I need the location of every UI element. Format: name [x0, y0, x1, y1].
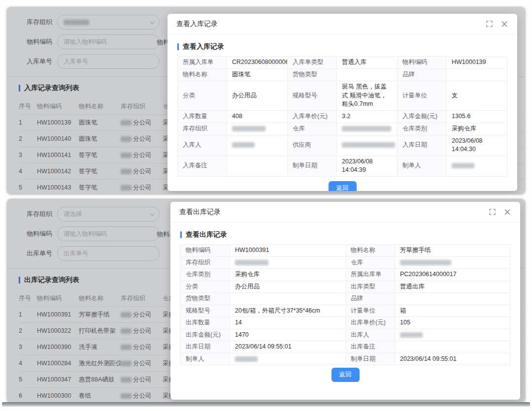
detail-row: 出库日期 2023/06/14 09:55:01 出库备注	[181, 341, 510, 353]
detail-row: 出库数量 14 出库单价(元) 105	[181, 317, 510, 329]
field-value: 办公用品	[230, 281, 346, 293]
modal-header: 查看出库记录 ×	[170, 202, 520, 222]
detail-row: 物料编码 HW1000391 物料名称 芳草擦手纸	[181, 245, 510, 257]
field-label: 出库人	[346, 329, 395, 341]
field-label: 仓库	[346, 256, 395, 269]
accent-bar	[177, 43, 179, 50]
back-button[interactable]: 返回	[329, 181, 357, 191]
detail-row: 规格型号 20包/箱，外箱尺寸37*35*46cm 计量单位 箱	[181, 305, 510, 317]
field-value-redacted	[337, 123, 398, 135]
field-value: CR20230608000006	[227, 57, 288, 69]
modal-footer: 返回	[177, 181, 507, 191]
field-value: 3.2	[337, 110, 398, 123]
modal-body: 查看入库记录 所属入库单 CR20230608000006 入库单类型 普通入库…	[167, 34, 517, 191]
detail-row: 仓库类别 采购仓库 所属出库单 PC20230614000017	[181, 269, 510, 281]
modal-section-title: 查看入库记录	[177, 42, 507, 51]
field-value: 2023/06/08 14:04:30	[447, 135, 507, 156]
field-value: 斑马 黑色，拔盖式 顺滑中油笔，粗头0.7mm	[337, 81, 398, 111]
field-value: 2023/06/14 09:55:01	[395, 353, 510, 365]
field-label: 规格型号	[181, 305, 230, 317]
outbound-section: 库存组织 请选择 物料编码 物料名 出库单号 出库记录查询列表 序号 物料编码 …	[7, 199, 525, 403]
redacted-value	[235, 260, 268, 265]
field-value: 1470	[230, 329, 346, 341]
field-label: 仓库类别	[181, 269, 230, 281]
modal-header: 查看入库记录 ×	[167, 14, 517, 34]
field-value: 2023/06/08 14:04:39	[337, 156, 398, 176]
field-label: 制单人	[398, 156, 447, 176]
field-value: 14	[230, 317, 346, 329]
field-label: 计量单位	[346, 305, 395, 317]
redacted-value	[232, 126, 266, 131]
field-value: 普通入库	[337, 57, 398, 69]
detail-row: 制单人 制单日期 2023/06/14 09:55:01	[181, 353, 510, 365]
field-label: 所属出库单	[346, 269, 395, 281]
field-label: 出库类型	[346, 281, 395, 293]
detail-row: 入库人 供应商 入库日期 2023/06/08 14:04:30	[178, 135, 507, 156]
field-value	[395, 293, 510, 305]
field-label: 分类	[181, 281, 230, 293]
field-value: 20包/箱，外箱尺寸37*35*46cm	[230, 305, 346, 317]
field-label: 入库单类型	[288, 57, 337, 69]
field-label: 货物类型	[288, 69, 337, 81]
field-value: 芳草擦手纸	[395, 245, 510, 257]
fullscreen-icon[interactable]	[489, 209, 496, 215]
field-value	[227, 156, 288, 176]
field-value: 采购仓库	[447, 123, 507, 135]
field-label: 入库人	[178, 135, 227, 156]
field-label: 入库金额(元)	[398, 110, 447, 123]
field-value: 圆珠笔	[227, 69, 288, 81]
detail-row: 分类 办公用品 出库类型 普通出库	[181, 281, 510, 293]
modal-title: 查看入库记录	[176, 20, 478, 29]
inbound-section: 库存组织 物料编码 物料名 入库单号 入库记录查询列表 序号 物料编码 物料名称	[7, 7, 525, 194]
outbound-detail-table: 物料编码 HW1000391 物料名称 芳草擦手纸 库存组织 仓库 仓库类别 采…	[180, 244, 510, 365]
field-label: 供应商	[288, 135, 337, 156]
field-label: 物料名称	[178, 69, 227, 81]
field-label: 货物类型	[181, 293, 230, 305]
field-label: 规格型号	[288, 81, 337, 111]
detail-row: 所属入库单 CR20230608000006 入库单类型 普通入库 物料编码 H…	[178, 57, 507, 69]
section-title-text: 查看出库记录	[186, 230, 227, 239]
field-label: 仓库	[288, 123, 337, 135]
modal-body: 查看出库记录 物料编码 HW1000391 物料名称 芳草擦手纸 库存组织 仓库	[170, 222, 520, 382]
field-label: 仓库类别	[398, 123, 447, 135]
field-value: 采购仓库	[230, 269, 346, 281]
fullscreen-icon[interactable]	[486, 21, 493, 27]
outbound-detail-modal: 查看出库记录 × 查看出库记录 物料编码 HW1000391 物料名称 芳草擦手…	[170, 202, 520, 400]
back-button[interactable]: 返回	[332, 368, 360, 382]
modal-footer: 返回	[180, 368, 510, 382]
detail-row: 库存组织 仓库 仓库类别 采购仓库	[178, 123, 507, 135]
detail-row: 入库数量 408 入库单价(元) 3.2 入库金额(元) 1305.6	[178, 110, 507, 123]
field-value	[395, 341, 510, 353]
field-label: 制单人	[181, 353, 230, 365]
field-label: 入库单价(元)	[288, 110, 337, 123]
redacted-value	[342, 142, 395, 148]
accent-bar	[180, 231, 182, 238]
field-label: 库存组织	[181, 256, 230, 269]
field-value: 408	[227, 110, 288, 123]
field-value-redacted	[395, 329, 510, 341]
detail-row: 分类 办公用品 规格型号 斑马 黑色，拔盖式 顺滑中油笔，粗头0.7mm 计量单…	[178, 81, 507, 111]
section-title-text: 查看入库记录	[183, 42, 224, 51]
close-icon[interactable]: ×	[503, 207, 511, 217]
redacted-value	[235, 356, 258, 362]
field-label: 入库备注	[178, 156, 227, 176]
field-label: 品牌	[398, 69, 447, 81]
field-label: 所属入库单	[178, 57, 227, 69]
field-value	[447, 69, 507, 81]
field-label: 分类	[178, 81, 227, 111]
field-value: HW1000391	[230, 245, 346, 257]
field-label: 出库单价(元)	[346, 317, 395, 329]
field-label: 库存组织	[178, 123, 227, 135]
field-label: 出库日期	[181, 341, 230, 353]
field-value: 箱	[395, 305, 510, 317]
field-value-redacted	[230, 353, 346, 365]
field-value	[230, 293, 346, 305]
detail-row: 库存组织 仓库	[181, 256, 510, 269]
close-icon[interactable]: ×	[500, 19, 508, 29]
inbound-detail-table: 所属入库单 CR20230608000006 入库单类型 普通入库 物料编码 H…	[177, 56, 507, 177]
modal-section-title: 查看出库记录	[180, 230, 510, 239]
detail-row: 物料名称 圆珠笔 货物类型 品牌	[178, 69, 507, 81]
detail-row: 入库备注 制单日期 2023/06/08 14:04:39 制单人	[178, 156, 507, 176]
field-value-redacted	[230, 256, 346, 269]
field-value-redacted	[337, 135, 398, 156]
